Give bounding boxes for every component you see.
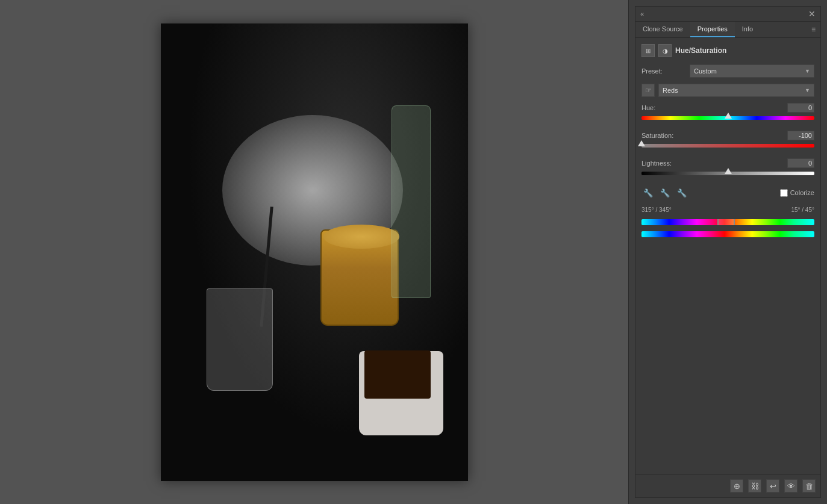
channel-row: ☞ Reds ▼ [641,84,814,97]
tab-properties[interactable]: Properties [690,22,735,37]
saturation-label-row: Saturation: [641,131,814,140]
hue-row: Hue: [641,103,814,122]
color-spectrum-wrapper [641,219,814,225]
channel-dropdown-arrow: ▼ [805,87,810,93]
spectrum-highlight [717,219,735,225]
layers-icon[interactable]: ⊞ [641,44,655,57]
eyedropper-subtract-tool[interactable]: 🔧 [675,186,688,199]
hue-slider-thumb[interactable] [725,113,732,119]
adjustment-title: Hue/Saturation [675,46,726,55]
titlebar-controls: « [640,10,644,17]
preset-value: Custom [694,67,717,75]
lightness-row: Lightness: [641,158,814,178]
delete-button[interactable]: 🗑 [802,479,816,493]
preset-label: Preset: [641,67,690,75]
panel-menu-icon[interactable]: ≡ [807,22,820,37]
saturation-row: Saturation: [641,131,814,150]
channel-dropdown[interactable]: Reds ▼ [658,84,814,97]
channel-hand-icon[interactable]: ☞ [641,84,655,97]
close-icon[interactable]: ✕ [808,9,816,19]
hue-label: Hue: [641,104,655,111]
colorize-checkbox-label[interactable]: Colorize [780,189,814,197]
coffee-latte-foam [323,225,399,249]
colorize-label: Colorize [790,189,814,196]
canvas-image [161,23,468,481]
adjustment-header: ⊞ ◑ Hue/Saturation [641,44,814,57]
lightness-value-input[interactable] [787,158,814,168]
color-range-labels: 315° / 345° 15° / 45° [641,207,814,213]
preset-row: Preset: Custom ▼ [641,64,814,78]
range-right-label: 15° / 45° [791,207,814,213]
collapse-icon[interactable]: « [640,10,644,17]
hue-slider-track[interactable] [641,114,814,122]
color-spectrum-bar-2[interactable] [641,231,814,237]
lightness-label: Lightness: [641,160,672,167]
panel-content: ⊞ ◑ Hue/Saturation Preset: Custom ▼ ☞ Re… [635,38,820,474]
properties-panel: « ✕ Clone Source Properties Info ≡ ⊞ ◑ H… [628,0,827,504]
lightness-slider-track[interactable] [641,169,814,178]
hue-value-input[interactable] [787,103,814,113]
eyedropper-tool[interactable]: 🔧 [641,186,655,199]
tab-info[interactable]: Info [735,22,760,37]
glass-bottle [392,105,431,298]
hue-label-row: Hue: [641,103,814,113]
panel-container: « ✕ Clone Source Properties Info ≡ ⊞ ◑ H… [635,6,821,498]
saturation-gradient-bg [641,144,814,148]
eyedropper-tools-row: 🔧 🔧 🔧 Colorize [641,186,814,199]
preset-dropdown[interactable]: Custom ▼ [690,64,814,78]
colorize-checkbox[interactable] [780,189,788,197]
adjustment-icon[interactable]: ◑ [658,44,672,57]
panel-footer: ⊕ ⛓ ↩ 👁 🗑 [635,474,820,497]
panel-tabs: Clone Source Properties Info ≡ [635,22,820,38]
eyedropper-add-tool[interactable]: 🔧 [658,186,672,199]
saturation-value-input[interactable] [787,131,814,140]
chain-button[interactable]: ⛓ [748,479,761,493]
saturation-slider-track[interactable] [641,142,814,150]
preset-dropdown-arrow: ▼ [805,68,810,74]
lightness-slider-thumb[interactable] [725,168,732,174]
color-spectrum-bar[interactable] [641,219,814,225]
glass-left [207,288,273,391]
channel-value: Reds [663,87,678,94]
saturation-slider-thumb[interactable] [638,140,645,146]
mug-coffee-liquid [364,350,431,399]
range-left-label: 315° / 345° [641,207,672,213]
undo-button[interactable]: ↩ [766,479,779,493]
tab-clone-source[interactable]: Clone Source [635,22,690,37]
lightness-label-row: Lightness: [641,158,814,168]
panel-titlebar: « ✕ [635,7,820,22]
saturation-label: Saturation: [641,132,673,139]
add-mask-button[interactable]: ⊕ [730,479,743,493]
canvas-area [0,0,628,504]
visibility-button[interactable]: 👁 [784,479,797,493]
